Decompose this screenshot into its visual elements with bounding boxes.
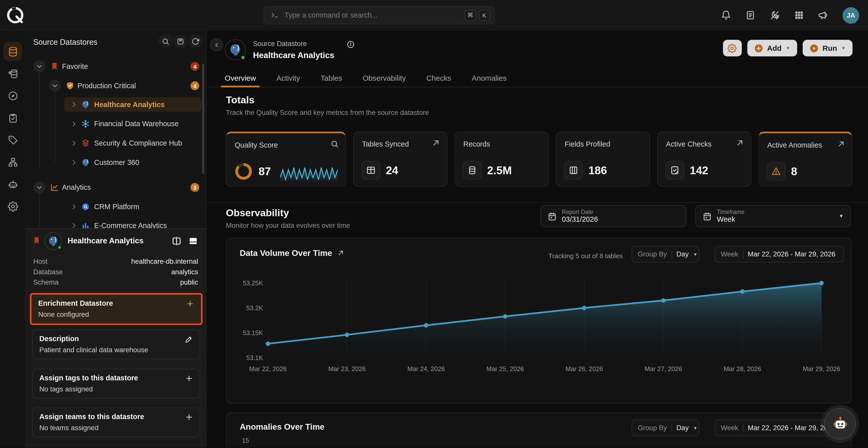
detail-card[interactable]: Assign teams to this datastoreNo teams a… [32,408,200,438]
tab-checks[interactable]: Checks [426,70,451,87]
count-badge: 4 [190,81,199,90]
detail-card[interactable]: Assign tags to this datastoreNo tags ass… [32,369,200,399]
svg-text:Mar 29, 2026: Mar 29, 2026 [803,365,840,372]
theme-toggle-icon[interactable] [770,10,780,21]
metric-label: Tables Synced [362,140,409,148]
tab-overview[interactable]: Overview [225,70,256,87]
metric-card-active-checks[interactable]: Active Checks142 [657,132,751,187]
tree-item-crm-platform[interactable]: CRM Platform [25,200,206,214]
nav-explore[interactable] [3,86,22,105]
search-icon[interactable] [331,140,339,148]
nav-source-datastores[interactable] [3,42,22,61]
user-avatar[interactable]: JA [843,7,859,23]
metric-card-quality-score[interactable]: Quality Score87 [226,132,346,187]
nav-teams[interactable] [3,152,22,171]
detail-field-database: Databaseanalytics [33,268,198,279]
enrichment-datastore-card[interactable]: Enrichment DatastoreNone configured [30,293,203,325]
add-icon[interactable] [185,413,193,421]
arrow-up-right-icon[interactable] [736,139,744,147]
apps-grid-icon[interactable] [794,10,804,21]
tree-item-security-compliance-hub[interactable]: Security & Compliance Hub [25,136,206,150]
chevron-right-icon[interactable] [70,140,78,147]
tree-item-label: Favorite [62,62,88,70]
tree-item-label: Financial Data Warehouse [94,120,179,128]
section-divider [207,202,868,203]
run-button[interactable]: Run ▼ [803,40,852,56]
group-by-select[interactable]: Group By Day ▼ [631,246,699,263]
tree-refresh-button[interactable] [188,34,203,48]
arrow-up-right-icon[interactable] [837,140,845,148]
chevron-right-icon[interactable] [70,222,78,228]
tree-item-e-commerce-analytics[interactable]: E-Commerce Analytics [25,218,206,229]
swap-panel-icon[interactable] [172,236,182,246]
nav-tags[interactable] [3,131,22,149]
tree-scrollbar[interactable] [202,64,205,174]
chevron-right-icon[interactable] [70,120,78,128]
edit-icon[interactable] [185,335,193,343]
chevron-down-icon[interactable] [33,181,45,193]
clipboard-icon [7,112,18,123]
chart-title: Data Volume Over Time [240,248,344,257]
tracking-note: Tracking 5 out of 8 tables [549,252,623,260]
sidebar-collapse-button[interactable] [210,38,223,51]
chevron-down-icon: ▼ [785,45,790,51]
tab-anomalies[interactable]: Anomalies [472,70,507,87]
nav-settings[interactable] [3,197,22,216]
add-icon[interactable] [185,374,193,383]
tree-search-button[interactable] [158,34,173,48]
tab-observability[interactable]: Observability [363,70,406,87]
nav-assistant[interactable] [3,175,22,194]
datastore-tree: Source Datastores Favorite4Production Cr… [25,30,206,228]
tree-item-healthcare-analytics[interactable]: Healthcare Analytics [64,97,202,112]
chevron-down-icon: ▼ [693,425,697,430]
arrow-up-right-icon[interactable] [432,139,440,147]
postgres-icon [47,235,59,247]
add-icon[interactable] [186,300,194,308]
metric-card-fields-profiled[interactable]: Fields Profiled186 [556,132,650,187]
chevron-down-icon[interactable] [33,60,45,72]
details-title: Healthcare Analytics [67,236,144,245]
notifications-icon[interactable] [721,10,731,21]
timeframe-select[interactable]: TimeframeWeek ▼ [695,205,851,227]
info-icon[interactable] [347,40,355,49]
detail-card[interactable]: DescriptionPatient and clinical data war… [32,330,200,359]
metric-card-records[interactable]: Records2.5M [455,132,549,187]
open-chart-icon[interactable] [337,249,344,257]
docs-icon[interactable] [745,10,756,21]
panel-bottom-icon[interactable] [188,236,198,246]
add-button[interactable]: Add ▼ [747,40,797,56]
report-date-picker[interactable]: Report Date03/31/2026 [540,205,686,227]
y-tick-label: 15 [242,437,249,444]
command-search-input[interactable]: Type a command or search... ⌘ K [264,6,495,24]
nav-checks[interactable] [3,108,22,127]
tree-item-analytics[interactable]: Analytics3 [25,180,206,195]
tree-item-production-critical[interactable]: Production Critical4 [25,78,206,93]
tab-tables[interactable]: Tables [320,70,342,87]
announcements-icon[interactable] [818,10,829,21]
tree-item-financial-data-warehouse[interactable]: Financial Data Warehouse [25,117,206,131]
robot-icon [7,179,18,189]
metric-card-tables-synced[interactable]: Tables Synced24 [353,132,447,187]
nav-enrichment-datastores[interactable] [3,64,22,83]
k-key-badge: K [479,9,490,21]
group-by-select[interactable]: Group By Day ▼ [631,420,699,436]
status-online-dot [57,245,62,250]
metric-card-active-anomalies[interactable]: Active Anomalies8 [758,132,852,187]
week-range-select[interactable]: Week Mar 22, 2026 - Mar 29, 2026 [715,246,844,263]
favorite-bookmark-icon[interactable] [32,236,41,245]
search-shortcut: ⌘ K [464,9,490,21]
chevron-right-icon[interactable] [70,101,78,108]
app-logo-icon[interactable] [5,5,25,25]
tab-activity[interactable]: Activity [276,70,300,87]
svg-text:Mar 25, 2026: Mar 25, 2026 [486,365,524,372]
tree-bookmark-button[interactable] [173,34,188,48]
calendar-icon [703,211,712,221]
tree-item-customer-360[interactable]: Customer 360 [25,156,206,170]
assistant-robot-button[interactable] [824,408,856,440]
tree-item-favorite[interactable]: Favorite4 [25,59,206,73]
tree-item-label: CRM Platform [94,203,139,211]
chevron-right-icon[interactable] [70,159,78,166]
settings-button[interactable] [723,40,742,56]
chevron-right-icon[interactable] [70,203,78,210]
chevron-down-icon[interactable] [49,80,61,92]
